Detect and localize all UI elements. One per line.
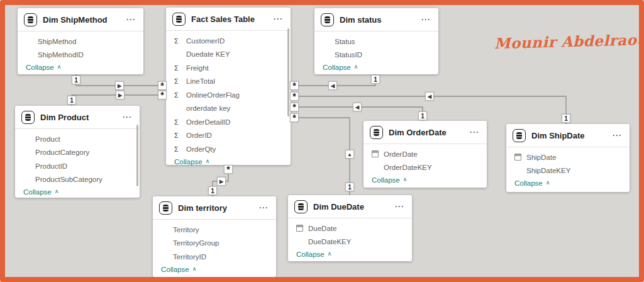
- field-row[interactable]: orderdate key: [166, 102, 291, 116]
- more-options-icon[interactable]: ⋯: [419, 16, 432, 23]
- table-card-header[interactable]: Dim OrderDate ⋯: [364, 121, 487, 144]
- model-canvas[interactable]: Dim ShipMethod ⋯ ShipMethodShipMethodID …: [0, 0, 644, 282]
- table-icon: [370, 126, 383, 139]
- field-row[interactable]: ShipDate: [506, 150, 630, 164]
- collapse-link[interactable]: Collapse ∧: [314, 62, 438, 76]
- vertical-scrollbar[interactable]: [287, 28, 289, 116]
- filter-direction-arrow-icon[interactable]: ▶: [115, 81, 124, 90]
- cardinality-one-badge[interactable]: 1: [418, 111, 427, 120]
- field-row[interactable]: TerritoryGroup: [153, 237, 276, 251]
- cardinality-many-badge[interactable]: *: [158, 81, 167, 90]
- collapse-link[interactable]: Collapse ∧: [288, 249, 412, 263]
- cardinality-many-badge[interactable]: *: [290, 92, 299, 101]
- field-row[interactable]: ΣFreight: [166, 61, 291, 75]
- field-name: ProductCategory: [35, 149, 89, 156]
- chevron-up-icon: ∧: [206, 158, 210, 164]
- table-title: Dim DueDate: [313, 202, 387, 212]
- cardinality-many-badge[interactable]: *: [290, 113, 299, 122]
- more-options-icon[interactable]: ⋯: [257, 205, 270, 211]
- table-card-dim-status[interactable]: Dim status ⋯ StatusStatusID Collapse ∧: [314, 8, 438, 74]
- table-card-header[interactable]: Dim ShipDate ⋯: [506, 124, 630, 147]
- field-row[interactable]: ΣOrderDetailID: [166, 115, 291, 129]
- filter-direction-arrow-icon[interactable]: ▶: [217, 177, 226, 186]
- table-card-dim-shipdate[interactable]: Dim ShipDate ⋯ ShipDateShipDateKEY Colla…: [506, 124, 630, 192]
- field-row[interactable]: ProductID: [15, 159, 140, 173]
- table-card-header[interactable]: Dim DueDate ⋯: [288, 195, 412, 218]
- cardinality-one-badge[interactable]: 1: [72, 76, 80, 84]
- field-row[interactable]: ΣOrderQty: [166, 142, 291, 156]
- field-row[interactable]: ΣCustomerID: [166, 34, 291, 48]
- field-row[interactable]: ShipMethod: [18, 35, 143, 48]
- table-card-header[interactable]: Dim territory ⋯: [153, 196, 276, 219]
- cardinality-many-badge[interactable]: *: [224, 165, 233, 174]
- field-row[interactable]: ProductCategory: [15, 146, 140, 160]
- field-name: OrderDate: [384, 150, 418, 158]
- table-card-dim-duedate[interactable]: Dim DueDate ⋯ DueDateDueDateKEY Collapse…: [288, 195, 412, 261]
- more-options-icon[interactable]: ⋯: [611, 132, 623, 138]
- field-row[interactable]: ΣOrderID: [166, 129, 291, 143]
- cardinality-many-badge[interactable]: *: [290, 81, 299, 90]
- calendar-icon: [372, 150, 384, 157]
- cardinality-many-badge[interactable]: *: [290, 103, 299, 111]
- field-name: ProductID: [35, 162, 67, 170]
- table-card-dim-shipmethod[interactable]: Dim ShipMethod ⋯ ShipMethodShipMethodID …: [18, 8, 143, 74]
- collapse-link[interactable]: Collapse ∧: [153, 264, 276, 278]
- filter-direction-arrow-icon[interactable]: ◀: [353, 103, 362, 111]
- cardinality-one-badge[interactable]: 1: [371, 75, 380, 84]
- field-row[interactable]: ShipDateKEY: [506, 164, 630, 178]
- field-row[interactable]: StatusID: [314, 48, 438, 62]
- collapse-link[interactable]: Collapse ∧: [18, 62, 143, 76]
- field-row[interactable]: ΣLineTotal: [166, 75, 291, 89]
- field-row[interactable]: DueDate: [288, 222, 412, 235]
- table-card-header[interactable]: Dim status ⋯: [314, 8, 438, 31]
- filter-direction-arrow-icon[interactable]: ▲: [345, 150, 354, 159]
- relationship-line[interactable]: [293, 118, 350, 195]
- table-card-header[interactable]: Fact Sales Table ⋯: [166, 8, 291, 30]
- collapse-link[interactable]: Collapse ∧: [506, 178, 630, 192]
- cardinality-many-badge[interactable]: *: [158, 91, 167, 99]
- field-name: orderdate key: [186, 104, 230, 112]
- field-row[interactable]: TerritoryID: [153, 250, 276, 264]
- filter-direction-arrow-icon[interactable]: ◀: [328, 81, 337, 90]
- table-card-dim-territory[interactable]: Dim territory ⋯ TerritoryTerritoryGroupT…: [153, 196, 276, 277]
- field-row[interactable]: Product: [15, 132, 140, 146]
- field-row[interactable]: Territory: [153, 223, 276, 237]
- cardinality-one-badge[interactable]: 1: [67, 96, 76, 104]
- field-row[interactable]: ShipMethodID: [18, 48, 143, 62]
- field-name: Status: [335, 38, 355, 45]
- filter-direction-arrow-icon[interactable]: ▶: [116, 91, 125, 99]
- cardinality-one-badge[interactable]: 1: [208, 186, 217, 195]
- table-title: Dim status: [340, 15, 414, 25]
- sigma-icon: Σ: [174, 145, 186, 153]
- more-options-icon[interactable]: ⋯: [125, 16, 137, 23]
- vertical-scrollbar[interactable]: [136, 125, 138, 186]
- field-row[interactable]: Duedate KEY: [166, 48, 291, 62]
- cardinality-one-badge[interactable]: 1: [562, 114, 570, 123]
- collapse-label: Collapse: [514, 179, 543, 187]
- field-row[interactable]: OrderDateKEY: [364, 161, 487, 175]
- field-name: OrderQty: [186, 145, 216, 153]
- field-row[interactable]: ΣOnlineOrderFlag: [166, 88, 291, 102]
- filter-direction-arrow-icon[interactable]: ◀: [425, 92, 434, 101]
- table-card-dim-orderdate[interactable]: Dim OrderDate ⋯ OrderDateOrderDateKEY Co…: [364, 121, 487, 188]
- table-card-header[interactable]: Dim ShipMethod ⋯: [18, 8, 143, 31]
- field-row[interactable]: OrderDate: [364, 147, 487, 161]
- sigma-icon: Σ: [174, 64, 186, 72]
- more-options-icon[interactable]: ⋯: [468, 129, 480, 135]
- table-card-header[interactable]: Dim Product ⋯: [15, 106, 140, 128]
- collapse-link[interactable]: Collapse ∧: [15, 186, 140, 201]
- more-options-icon[interactable]: ⋯: [121, 114, 133, 120]
- field-row[interactable]: DueDateKEY: [288, 235, 412, 249]
- cardinality-one-badge[interactable]: 1: [345, 183, 354, 191]
- chevron-up-icon: ∧: [403, 176, 408, 183]
- table-title: Dim ShipDate: [531, 131, 605, 140]
- table-card-dim-product[interactable]: Dim Product ⋯ ProductProductCategoryProd…: [15, 106, 140, 198]
- field-name: ShipMethod: [38, 38, 76, 45]
- field-row[interactable]: ProductSubCategory: [15, 173, 140, 187]
- table-card-fact-sales[interactable]: Fact Sales Table ⋯ ΣCustomerIDDuedate KE…: [166, 8, 291, 165]
- more-options-icon[interactable]: ⋯: [393, 203, 406, 210]
- more-options-icon[interactable]: ⋯: [272, 16, 284, 22]
- field-row[interactable]: Status: [314, 35, 438, 48]
- field-name: TerritoryGroup: [173, 239, 219, 247]
- collapse-link[interactable]: Collapse ∧: [364, 174, 487, 189]
